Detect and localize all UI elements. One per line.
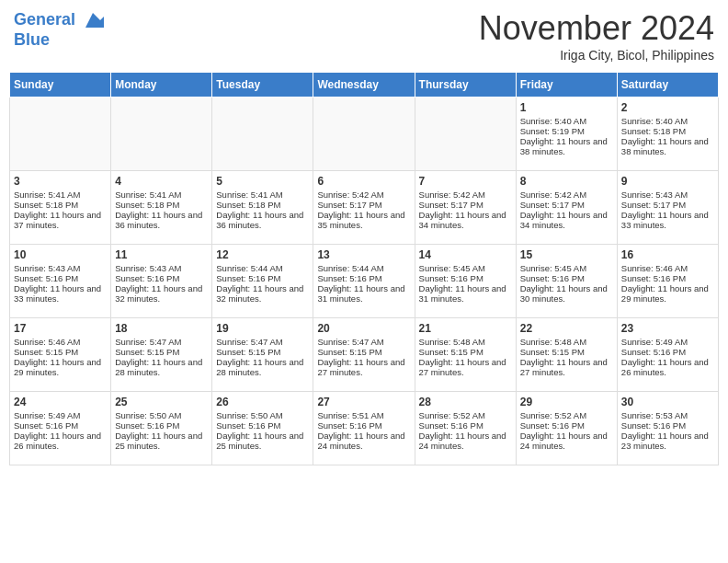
- daylight-text: Daylight: 11 hours and 25 minutes.: [115, 431, 208, 451]
- day-number: 25: [115, 396, 208, 408]
- calendar-week-4: 17Sunrise: 5:46 AMSunset: 5:15 PMDayligh…: [10, 318, 719, 392]
- daylight-text: Daylight: 11 hours and 29 minutes.: [14, 357, 107, 377]
- svg-marker-0: [85, 13, 104, 28]
- sunset-text: Sunset: 5:18 PM: [14, 200, 107, 210]
- day-number: 29: [520, 396, 613, 408]
- calendar-cell: 13Sunrise: 5:44 AMSunset: 5:16 PMDayligh…: [313, 245, 415, 318]
- day-number: 24: [14, 396, 107, 408]
- day-number: 9: [621, 175, 714, 188]
- sunrise-text: Sunrise: 5:40 AM: [621, 116, 714, 126]
- calendar-header-row: SundayMondayTuesdayWednesdayThursdayFrid…: [10, 73, 719, 98]
- sunrise-text: Sunrise: 5:41 AM: [14, 190, 107, 200]
- sunset-text: Sunset: 5:16 PM: [317, 273, 410, 283]
- calendar-cell: 30Sunrise: 5:53 AMSunset: 5:16 PMDayligh…: [617, 392, 718, 465]
- sunset-text: Sunset: 5:17 PM: [419, 200, 512, 210]
- page-header: General Blue November 2024 Iriga City, B…: [9, 9, 719, 63]
- day-number: 18: [115, 322, 208, 335]
- calendar-cell: 6Sunrise: 5:42 AMSunset: 5:17 PMDaylight…: [313, 171, 415, 245]
- daylight-text: Daylight: 11 hours and 24 minutes.: [419, 431, 512, 451]
- calendar-cell: 5Sunrise: 5:41 AMSunset: 5:18 PMDaylight…: [212, 171, 313, 245]
- day-header-sunday: Sunday: [10, 73, 111, 98]
- sunrise-text: Sunrise: 5:49 AM: [621, 337, 714, 347]
- daylight-text: Daylight: 11 hours and 32 minutes.: [115, 283, 208, 304]
- calendar-cell: 2Sunrise: 5:40 AMSunset: 5:18 PMDaylight…: [617, 98, 718, 171]
- day-header-monday: Monday: [111, 73, 212, 98]
- day-number: 16: [621, 248, 714, 261]
- daylight-text: Daylight: 11 hours and 28 minutes.: [115, 357, 208, 377]
- daylight-text: Daylight: 11 hours and 25 minutes.: [216, 431, 309, 451]
- day-number: 17: [14, 322, 107, 335]
- sunset-text: Sunset: 5:18 PM: [621, 126, 714, 136]
- daylight-text: Daylight: 11 hours and 26 minutes.: [14, 431, 107, 451]
- sunset-text: Sunset: 5:15 PM: [14, 347, 107, 357]
- sunset-text: Sunset: 5:16 PM: [520, 420, 613, 431]
- sunrise-text: Sunrise: 5:52 AM: [419, 410, 512, 420]
- sunset-text: Sunset: 5:16 PM: [115, 420, 208, 431]
- day-number: 26: [216, 396, 309, 408]
- daylight-text: Daylight: 11 hours and 34 minutes.: [520, 210, 613, 230]
- calendar-cell: 26Sunrise: 5:50 AMSunset: 5:16 PMDayligh…: [212, 392, 313, 465]
- day-number: 27: [317, 396, 410, 408]
- sunrise-text: Sunrise: 5:50 AM: [216, 410, 309, 420]
- sunrise-text: Sunrise: 5:53 AM: [621, 410, 714, 420]
- sunrise-text: Sunrise: 5:45 AM: [419, 263, 512, 273]
- day-number: 19: [216, 322, 309, 335]
- sunset-text: Sunset: 5:16 PM: [419, 273, 512, 283]
- daylight-text: Daylight: 11 hours and 29 minutes.: [621, 283, 714, 304]
- day-header-friday: Friday: [516, 73, 617, 98]
- sunrise-text: Sunrise: 5:43 AM: [115, 263, 208, 273]
- calendar-cell: 16Sunrise: 5:46 AMSunset: 5:16 PMDayligh…: [617, 245, 718, 318]
- sunset-text: Sunset: 5:18 PM: [216, 200, 309, 210]
- daylight-text: Daylight: 11 hours and 38 minutes.: [621, 136, 714, 156]
- sunrise-text: Sunrise: 5:47 AM: [115, 337, 208, 347]
- sunrise-text: Sunrise: 5:48 AM: [419, 337, 512, 347]
- day-number: 6: [317, 175, 410, 188]
- day-number: 1: [520, 101, 613, 114]
- day-number: 30: [621, 396, 714, 408]
- daylight-text: Daylight: 11 hours and 32 minutes.: [216, 283, 309, 304]
- daylight-text: Daylight: 11 hours and 24 minutes.: [317, 431, 410, 451]
- calendar-cell: 29Sunrise: 5:52 AMSunset: 5:16 PMDayligh…: [516, 392, 617, 465]
- calendar-cell: 9Sunrise: 5:43 AMSunset: 5:17 PMDaylight…: [617, 171, 718, 245]
- daylight-text: Daylight: 11 hours and 31 minutes.: [317, 283, 410, 304]
- calendar-cell: 4Sunrise: 5:41 AMSunset: 5:18 PMDaylight…: [111, 171, 212, 245]
- day-number: 7: [419, 175, 512, 188]
- daylight-text: Daylight: 11 hours and 33 minutes.: [621, 210, 714, 230]
- sunrise-text: Sunrise: 5:51 AM: [317, 410, 410, 420]
- sunrise-text: Sunrise: 5:44 AM: [216, 263, 309, 273]
- sunrise-text: Sunrise: 5:47 AM: [216, 337, 309, 347]
- calendar-cell: 19Sunrise: 5:47 AMSunset: 5:15 PMDayligh…: [212, 318, 313, 392]
- calendar-cell: 28Sunrise: 5:52 AMSunset: 5:16 PMDayligh…: [415, 392, 516, 465]
- sunset-text: Sunset: 5:16 PM: [621, 347, 714, 357]
- sunrise-text: Sunrise: 5:41 AM: [115, 190, 208, 200]
- daylight-text: Daylight: 11 hours and 27 minutes.: [317, 357, 410, 377]
- day-number: 12: [216, 248, 309, 261]
- sunrise-text: Sunrise: 5:44 AM: [317, 263, 410, 273]
- calendar-cell: 11Sunrise: 5:43 AMSunset: 5:16 PMDayligh…: [111, 245, 212, 318]
- calendar-cell: 1Sunrise: 5:40 AMSunset: 5:19 PMDaylight…: [516, 98, 617, 171]
- day-number: 8: [520, 175, 613, 188]
- sunset-text: Sunset: 5:16 PM: [621, 420, 714, 431]
- sunset-text: Sunset: 5:16 PM: [419, 420, 512, 431]
- daylight-text: Daylight: 11 hours and 30 minutes.: [520, 283, 613, 304]
- calendar-cell: 18Sunrise: 5:47 AMSunset: 5:15 PMDayligh…: [111, 318, 212, 392]
- sunrise-text: Sunrise: 5:46 AM: [621, 263, 714, 273]
- calendar-cell: 20Sunrise: 5:47 AMSunset: 5:15 PMDayligh…: [313, 318, 415, 392]
- day-header-saturday: Saturday: [617, 73, 718, 98]
- logo: General Blue: [14, 9, 104, 50]
- calendar-cell: [415, 98, 516, 171]
- day-number: 14: [419, 248, 512, 261]
- calendar-cell: 3Sunrise: 5:41 AMSunset: 5:18 PMDaylight…: [10, 171, 111, 245]
- sunset-text: Sunset: 5:18 PM: [115, 200, 208, 210]
- daylight-text: Daylight: 11 hours and 36 minutes.: [216, 210, 309, 230]
- sunset-text: Sunset: 5:15 PM: [216, 347, 309, 357]
- day-number: 20: [317, 322, 410, 335]
- calendar-cell: [212, 98, 313, 171]
- day-number: 4: [115, 175, 208, 188]
- calendar-week-2: 3Sunrise: 5:41 AMSunset: 5:18 PMDaylight…: [10, 171, 719, 245]
- daylight-text: Daylight: 11 hours and 27 minutes.: [520, 357, 613, 377]
- sunset-text: Sunset: 5:16 PM: [216, 273, 309, 283]
- sunrise-text: Sunrise: 5:43 AM: [14, 263, 107, 273]
- sunset-text: Sunset: 5:16 PM: [115, 273, 208, 283]
- day-number: 5: [216, 175, 309, 188]
